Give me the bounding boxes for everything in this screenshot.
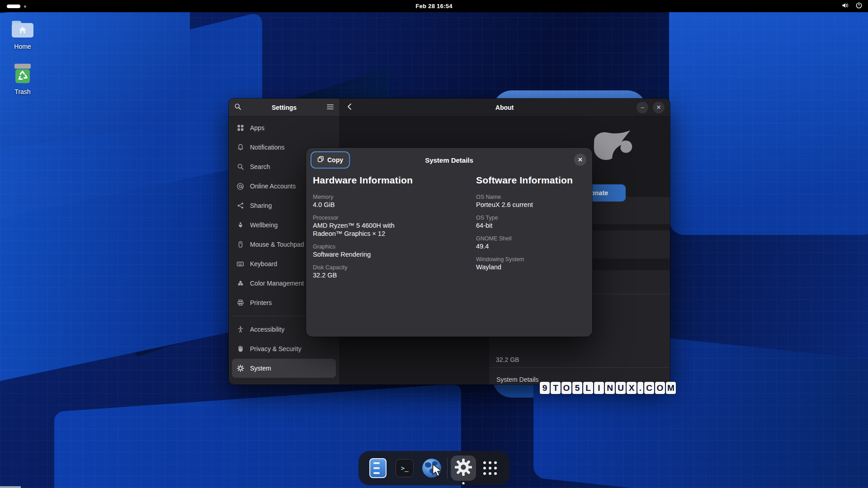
share-icon: [236, 202, 244, 210]
sidebar-item-system[interactable]: System: [232, 359, 336, 378]
about-headerbar: About – ✕: [339, 99, 670, 117]
desktop-icon-trash[interactable]: Trash: [2, 63, 43, 95]
page-title: About: [339, 104, 670, 111]
dock-item-settings[interactable]: [452, 455, 475, 481]
dock-item-terminal[interactable]: >_: [393, 455, 416, 481]
dialog-close-icon[interactable]: ✕: [574, 154, 586, 166]
minimize-button[interactable]: –: [637, 102, 648, 113]
system-details-dialog: System Details Copy ✕ Hardware Informati…: [306, 148, 592, 337]
mouse-icon: [236, 241, 244, 249]
wellbeing-icon: [236, 221, 244, 229]
disk-capacity-value: 32.2 GB: [496, 356, 519, 363]
clock[interactable]: Feb 28 16:54: [0, 3, 868, 9]
main-menu-icon[interactable]: [327, 103, 334, 112]
apps-grid-icon: [236, 124, 244, 132]
copy-button[interactable]: Copy: [312, 153, 349, 167]
trash-icon: [11, 63, 34, 86]
bell-icon: [236, 144, 244, 151]
desktop-icon-home[interactable]: Home: [2, 19, 43, 50]
search-icon: [236, 163, 244, 171]
sidebar-item-apps[interactable]: Apps: [232, 118, 336, 137]
back-icon[interactable]: [347, 103, 352, 112]
settings-gear-icon: [455, 459, 472, 478]
dock-item-files[interactable]: [367, 455, 389, 481]
dialog-title: System Details: [306, 156, 592, 164]
watermark: 9 T O 5 L I N U X . C O M: [540, 382, 676, 394]
printer-icon: [236, 299, 244, 307]
desktop-icon-label: Home: [14, 43, 31, 50]
running-indicator-dot: [462, 482, 464, 484]
top-bar: Feb 28 16:54: [0, 0, 868, 12]
copy-icon: [317, 156, 324, 164]
volume-icon[interactable]: [842, 2, 849, 11]
software-section: Software Information OS NamePorteuX 2.6 …: [476, 175, 585, 285]
distro-logo: [589, 129, 640, 168]
section-heading: Software Information: [476, 175, 585, 186]
dock-item-app-grid[interactable]: [479, 455, 501, 481]
at-icon: [236, 183, 244, 190]
dialog-header: System Details Copy ✕: [306, 148, 592, 172]
sidebar-item-privacy-security[interactable]: Privacy & Security: [232, 339, 336, 358]
section-heading: Hardware Information: [313, 175, 476, 186]
wallpaper-edge-strip: [0, 486, 21, 488]
hardware-section: Hardware Information Memory4.0 GiB Proce…: [313, 175, 476, 285]
window-title: Settings: [246, 104, 322, 111]
gear-icon: [236, 365, 244, 372]
home-folder-icon: [10, 19, 35, 41]
mouse-cursor: [432, 464, 444, 480]
accessibility-icon: [236, 326, 244, 333]
close-button[interactable]: ✕: [653, 102, 665, 113]
files-icon: [369, 458, 387, 478]
dock-divider: [447, 458, 448, 479]
app-grid-icon: [483, 461, 497, 475]
hand-icon: [236, 345, 244, 353]
color-icon: [236, 280, 244, 287]
keyboard-icon: [236, 260, 244, 268]
search-icon[interactable]: [234, 103, 241, 112]
power-icon[interactable]: [855, 2, 863, 11]
sidebar-headerbar: Settings: [229, 99, 339, 117]
desktop-icon-label: Trash: [14, 88, 30, 95]
desktop: Feb 28 16:54 Home Trash Settings: [0, 0, 868, 488]
terminal-icon: >_: [396, 459, 414, 477]
